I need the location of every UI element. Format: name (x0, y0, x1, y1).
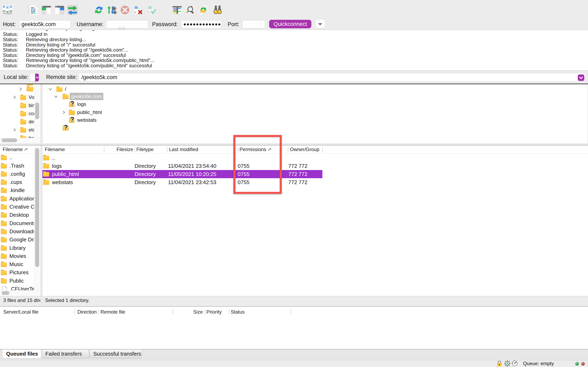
svg-text:A: A (506, 361, 509, 366)
